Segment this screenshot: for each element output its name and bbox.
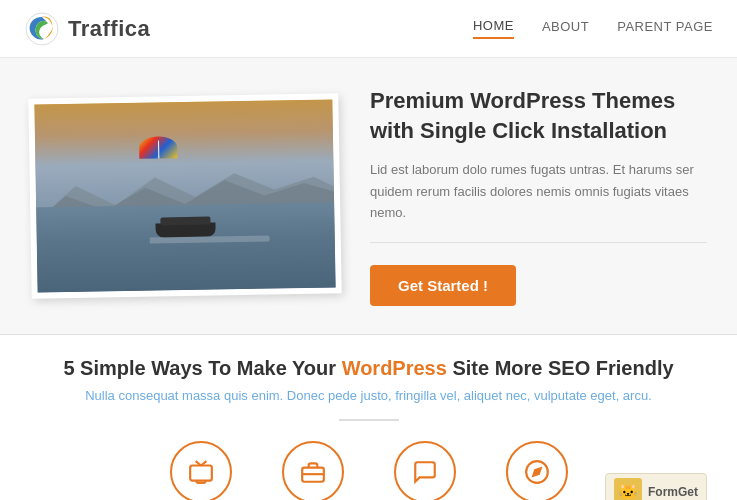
briefcase-icon <box>300 459 326 485</box>
logo-icon <box>24 11 60 47</box>
blog-title-prefix: 5 Simple Ways To Make Your <box>63 357 341 379</box>
main-nav: HOME ABOUT PARENT PAGE <box>473 18 713 39</box>
hero-content: Premium WordPress Themes with Single Cli… <box>370 86 707 306</box>
compass-icon <box>524 459 550 485</box>
logo: Traffica <box>24 11 150 47</box>
features-icons-row: 🐱 FormGet <box>30 441 707 500</box>
blog-title: 5 Simple Ways To Make Your WordPress Sit… <box>30 357 707 380</box>
tv-icon <box>188 459 214 485</box>
formget-logo: 🐱 <box>614 478 642 500</box>
logo-text: Traffica <box>68 16 150 42</box>
chat-icon <box>412 459 438 485</box>
hero-image <box>28 93 341 298</box>
boat <box>156 223 216 238</box>
formget-label: FormGet <box>648 485 698 499</box>
cta-button[interactable]: Get Started ! <box>370 265 516 306</box>
section-divider <box>339 419 399 421</box>
formget-badge: 🐱 FormGet <box>605 473 707 500</box>
blog-title-suffix: Site More SEO Friendly <box>447 357 674 379</box>
blog-subtitle: Nulla consequat massa quis enim. Donec p… <box>30 388 707 403</box>
hero-subtitle: Lid est laborum dolo rumes fugats untras… <box>370 159 707 242</box>
blog-title-highlight: WordPress <box>342 357 447 379</box>
header: Traffica HOME ABOUT PARENT PAGE <box>0 0 737 58</box>
chat-icon-circle[interactable] <box>394 441 456 500</box>
hero-section: Premium WordPress Themes with Single Cli… <box>0 58 737 335</box>
tv-icon-circle[interactable] <box>170 441 232 500</box>
svg-marker-12 <box>532 467 541 476</box>
paraglider <box>139 136 177 159</box>
briefcase-icon-circle[interactable] <box>282 441 344 500</box>
nav-about[interactable]: ABOUT <box>542 19 589 38</box>
nav-home[interactable]: HOME <box>473 18 514 39</box>
svg-rect-3 <box>190 465 212 480</box>
blog-section: 5 Simple Ways To Make Your WordPress Sit… <box>0 335 737 500</box>
hero-title: Premium WordPress Themes with Single Cli… <box>370 86 707 145</box>
nav-parent-page[interactable]: PARENT PAGE <box>617 19 713 38</box>
compass-icon-circle[interactable] <box>506 441 568 500</box>
